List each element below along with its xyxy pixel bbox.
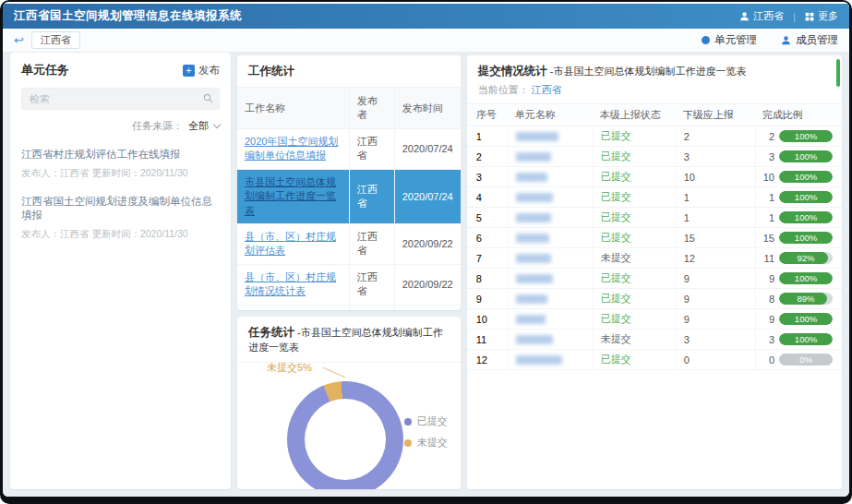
task-meta: 发布人：江西省 更新时间：2020/11/30 [21, 228, 220, 241]
expected-count: 3 [676, 330, 755, 349]
done-count: 3 [769, 151, 774, 162]
progress-label: 100% [779, 171, 833, 183]
submit-row[interactable]: 6已提交1515100% [467, 228, 842, 248]
work-row[interactable]: 县（市、区）村庄规划情况统计表 江西省 2020/09/22 [237, 264, 461, 305]
current-location-link[interactable]: 江西省 [532, 84, 562, 95]
row-no: 9 [476, 294, 508, 305]
done-count: 9 [769, 314, 774, 325]
progress-label: 100% [779, 232, 833, 244]
work-link[interactable]: 县（市、区）村庄规划评估表 [245, 231, 336, 256]
back-icon[interactable]: ↩ [14, 34, 24, 46]
work-row[interactable]: 县（市、区）村庄规划应编数量统计表 江西省 2020/09/22 [237, 305, 461, 310]
work-row[interactable]: 县（市、区）村庄规划评估表 江西省 2020/09/22 [237, 223, 461, 264]
work-link[interactable]: 2020年国土空间规划编制单位信息填报 [245, 136, 338, 161]
expected-count: 10 [676, 167, 755, 186]
task-stats-panel: 任务统计 -市县国土空间总体规划编制工作进度一览表 未提交5% 已提交95% 已… [237, 317, 461, 489]
submit-row[interactable]: 5已提交11100% [467, 208, 842, 228]
topbar-divider: | [793, 11, 796, 22]
submit-row[interactable]: 7未提交121192% [467, 248, 842, 269]
col-expected: 下级应上报 [676, 104, 755, 126]
legend-item-unsubmitted[interactable]: 未提交 [404, 436, 448, 450]
chart-legend: 已提交 未提交 [404, 414, 448, 457]
unit-name-redacted [508, 187, 593, 207]
publish-button[interactable]: + 发布 [183, 64, 220, 78]
report-status: 已提交 [601, 271, 631, 285]
submit-row[interactable]: 4已提交11100% [467, 187, 842, 208]
work-row[interactable]: 2020年国土空间规划编制单位信息填报 江西省 2020/07/24 [237, 129, 461, 170]
expected-count: 2 [676, 126, 755, 146]
task-list-item[interactable]: 江西省国土空间规划进度及编制单位信息填报 发布人：江西省 更新时间：2020/1… [21, 195, 220, 241]
work-date: 2020/07/24 [394, 169, 461, 223]
report-status: 未提交 [601, 251, 631, 265]
current-user[interactable]: 江西省 [739, 9, 784, 23]
more-menu[interactable]: 更多 [805, 9, 838, 23]
expected-count: 15 [676, 228, 755, 247]
progress-pill: 100% [779, 171, 833, 183]
work-stats-panel: 工作统计 工作名称 发布者 发布时间 2020年国土空间规划编制单位信息填报 江… [237, 55, 461, 310]
submit-row[interactable]: 2已提交33100% [467, 147, 842, 167]
unit-name-redacted [508, 208, 593, 227]
work-link[interactable]: 市县国土空间总体规划编制工作进度一览表 [245, 176, 336, 216]
task-stats-title: 任务统计 [248, 326, 294, 339]
unit-name-redacted [508, 147, 593, 166]
submit-row[interactable]: 3已提交1010100% [467, 167, 842, 187]
search-icon [203, 93, 213, 103]
progress-label: 100% [779, 333, 833, 345]
progress-label: 100% [779, 191, 833, 203]
submit-row[interactable]: 12已提交000% [467, 350, 842, 370]
work-publisher: 江西省 [349, 169, 394, 223]
annotation-line [323, 367, 345, 378]
row-no: 12 [476, 354, 508, 366]
work-row-selected[interactable]: 市县国土空间总体规划编制工作进度一览表 江西省 2020/07/24 [237, 169, 461, 223]
report-status: 已提交 [601, 210, 631, 224]
progress-label: 100% [779, 211, 833, 223]
work-link[interactable]: 县（市、区）村庄规划情况统计表 [245, 271, 336, 296]
done-count: 15 [763, 233, 774, 244]
legend-item-submitted[interactable]: 已提交 [404, 414, 448, 428]
search-input[interactable] [21, 88, 220, 110]
submit-row[interactable]: 9已提交9889% [467, 289, 842, 309]
plus-icon: + [183, 65, 195, 77]
row-no: 2 [476, 151, 508, 162]
task-source-value[interactable]: 全部 [188, 119, 209, 133]
submit-row[interactable]: 10已提交99100% [467, 309, 842, 330]
progress-label: 0% [779, 354, 833, 366]
more-label: 更多 [818, 9, 838, 23]
col-publish-date: 发布时间 [394, 88, 461, 129]
progress-pill: 100% [779, 333, 833, 345]
unit-management-label: 单元管理 [714, 33, 757, 47]
donut-chart [287, 381, 403, 489]
row-no: 6 [476, 233, 508, 244]
member-management-button[interactable]: 成员管理 [781, 33, 838, 47]
unit-management-button[interactable]: 单元管理 [702, 33, 757, 47]
col-no: 序号 [476, 108, 508, 122]
progress-label: 100% [779, 313, 833, 325]
top-bar: 江西省国土空间规划管理信息在线填报系统 江西省 | 更多 [3, 4, 849, 29]
app-screen: 江西省国土空间规划管理信息在线填报系统 江西省 | 更多 ↩ 江西省 单元管理 … [3, 2, 849, 497]
chevron-down-icon[interactable] [213, 121, 221, 128]
report-status: 已提交 [601, 353, 631, 366]
submit-row[interactable]: 11未提交33100% [467, 330, 842, 350]
submit-row[interactable]: 8已提交99100% [467, 269, 842, 289]
content-area: 单元任务 + 发布 任务来源： 全部 江西省村庄规划评估工作在线填报 [3, 53, 849, 497]
unit-name-redacted [508, 248, 593, 268]
progress-pill: 100% [779, 150, 833, 162]
legend-dot-unsubmitted [404, 439, 412, 447]
location-tag[interactable]: 江西省 [31, 31, 80, 49]
unit-name-redacted [508, 330, 593, 349]
work-date: 2020/09/22 [394, 305, 461, 310]
donut-chart-area: 未提交5% 已提交95% 已提交 未提交 [237, 366, 461, 489]
work-stats-table: 工作名称 发布者 发布时间 2020年国土空间规划编制单位信息填报 江西省 20… [237, 88, 461, 310]
col-unit-name: 单元名称 [508, 104, 593, 126]
task-list-item[interactable]: 江西省村庄规划评估工作在线填报 发布人：江西省 更新时间：2020/11/30 [21, 148, 220, 180]
progress-label: 100% [779, 272, 833, 284]
col-percent: 完成比例 [755, 104, 833, 126]
done-count: 8 [769, 294, 774, 305]
progress-pill: 100% [779, 232, 833, 244]
col-work-name: 工作名称 [237, 88, 350, 129]
row-no: 1 [476, 131, 508, 142]
progress-pill: 100% [779, 211, 833, 223]
submit-row[interactable]: 1已提交22100% [467, 126, 842, 147]
work-date: 2020/09/22 [394, 223, 461, 264]
scrollbar-thumb[interactable] [836, 59, 840, 87]
